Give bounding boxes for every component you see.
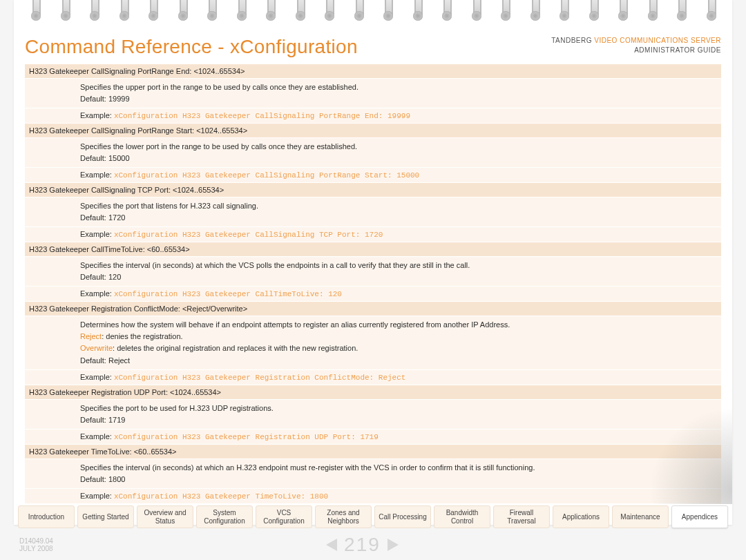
reject-text: : denies the registration.: [102, 332, 182, 340]
command-header: H323 Gatekeeper TimeToLive: <60..65534>: [25, 444, 721, 458]
example-code: xConfiguration H323 Gatekeeper CallSigna…: [114, 112, 410, 120]
spiral-ring: [701, 0, 720, 23]
example-code: xConfiguration H323 Gatekeeper CallSigna…: [114, 171, 419, 180]
nav-tab-system-configuration[interactable]: System Configuration: [196, 505, 253, 528]
spiral-ring: [143, 0, 162, 23]
example-label: Example:: [80, 230, 114, 238]
nav-tab-applications[interactable]: Applications: [553, 505, 609, 528]
nav-tab-firewall-traversal[interactable]: Firewall Traversal: [493, 505, 550, 528]
command-description: Specifies the port to be used for H.323 …: [25, 399, 721, 429]
command-desc-text: Specifies the interval (in seconds) at w…: [80, 260, 717, 271]
command-desc-text: Specifies the interval (in seconds) at w…: [80, 462, 717, 474]
command-example: Example: xConfiguration H323 Gatekeeper …: [25, 429, 721, 444]
spiral-ring: [173, 0, 192, 23]
brand-prefix: TANDBERG: [551, 37, 594, 44]
command-description: Determines how the system will behave if…: [25, 316, 721, 369]
nav-tab-call-processing[interactable]: Call Processing: [374, 505, 431, 528]
prev-page-arrow-icon[interactable]: [326, 539, 337, 551]
conflict-reject-line: Reject: denies the registration.: [80, 331, 717, 342]
command-header: H323 Gatekeeper CallSignaling TCP Port: …: [25, 182, 721, 197]
spiral-ring: [231, 0, 251, 23]
command-example: Example: xConfiguration H323 Gatekeeper …: [25, 108, 721, 123]
spiral-binding: [14, 0, 732, 26]
spiral-ring: [349, 0, 368, 23]
spiral-ring: [26, 0, 45, 23]
spiral-ring: [114, 0, 133, 23]
nav-tab-introduction[interactable]: Introduction: [18, 505, 75, 528]
command-default: Default: Reject: [80, 355, 717, 367]
page-content: Command Reference - xConfiguration TANDB…: [14, 0, 732, 510]
example-label: Example:: [80, 171, 114, 179]
spiral-ring: [290, 0, 309, 23]
command-example: Example: xConfiguration H323 Gatekeeper …: [25, 369, 721, 385]
example-code: xConfiguration H323 Gatekeeper CallTimeT…: [114, 290, 342, 298]
bottom-nav: IntroductionGetting StartedOverview and …: [14, 505, 732, 528]
overwrite-text: : deletes the original registration and …: [113, 344, 358, 352]
command-header: H323 Gatekeeper CallTimeToLive: <60..655…: [25, 242, 721, 256]
command-default: Default: 1719: [80, 414, 717, 426]
command-description: Specifies the interval (in seconds) at w…: [25, 458, 721, 488]
nav-tab-overview-and-status[interactable]: Overview and Status: [137, 505, 193, 528]
command-header: H323 Gatekeeper Registration ConflictMod…: [25, 301, 721, 316]
command-desc-text: Specifies the port to be used for H.323 …: [80, 403, 717, 414]
header-row: Command Reference - xConfiguration TANDB…: [25, 36, 721, 58]
next-page-arrow-icon[interactable]: [388, 539, 399, 551]
brand-sub: ADMINISTRATOR GUIDE: [551, 46, 721, 55]
command-default: Default: 1720: [80, 212, 717, 224]
spiral-ring: [378, 0, 397, 23]
nav-tab-getting-started[interactable]: Getting Started: [77, 505, 134, 528]
brand-block: TANDBERG VIDEO COMMUNICATIONS SERVER ADM…: [551, 36, 721, 55]
command-example: Example: xConfiguration H323 Gatekeeper …: [25, 167, 721, 182]
command-header: H323 Gatekeeper Registration UDP Port: <…: [25, 385, 721, 399]
spiral-ring: [584, 0, 603, 23]
command-desc-text: Specifies the lower port in the range to…: [80, 141, 717, 153]
spiral-ring: [525, 0, 544, 23]
spiral-ring: [319, 0, 338, 23]
command-default: Default: 19999: [80, 93, 717, 105]
command-description: Specifies the lower port in the range to…: [25, 137, 721, 167]
doc-id: D14049.04: [19, 537, 53, 545]
example-label: Example:: [80, 289, 114, 298]
spiral-ring: [55, 0, 75, 23]
command-default: Default: 120: [80, 271, 717, 283]
nav-tab-vcs-configuration[interactable]: VCS Configuration: [256, 505, 312, 528]
reject-keyword: Reject: [80, 332, 102, 340]
command-description: Specifies the upper port in the range to…: [25, 78, 721, 108]
spiral-ring: [554, 0, 573, 23]
command-example: Example: xConfiguration H323 Gatekeeper …: [25, 226, 721, 242]
example-code: xConfiguration H323 Gatekeeper TimeToLiv…: [114, 492, 328, 501]
spiral-ring: [437, 0, 456, 23]
command-desc-text: Determines how the system will behave if…: [80, 319, 717, 331]
command-header: H323 Gatekeeper CallSignaling PortRange …: [25, 64, 721, 78]
spiral-ring: [84, 0, 104, 23]
spiral-ring: [671, 0, 691, 23]
nav-tab-appendices[interactable]: Appendices: [671, 505, 728, 528]
command-default: Default: 15000: [80, 153, 717, 164]
spiral-ring: [495, 0, 515, 23]
command-default: Default: 1800: [80, 474, 717, 485]
page-footer: D14049.04 JULY 2008 219: [19, 534, 727, 556]
example-code: xConfiguration H323 Gatekeeper CallSigna…: [114, 231, 383, 239]
doc-date: JULY 2008: [19, 545, 53, 552]
command-table: H323 Gatekeeper CallSignaling PortRange …: [25, 64, 721, 503]
document-page: Command Reference - xConfiguration TANDB…: [14, 0, 732, 525]
nav-tab-bandwidth-control[interactable]: Bandwidth Control: [434, 505, 490, 528]
nav-tab-maintenance[interactable]: Maintenance: [612, 505, 669, 528]
example-code: xConfiguration H323 Gatekeeper Registrat…: [114, 374, 405, 382]
page-number-block: 219: [326, 534, 399, 556]
command-example: Example: xConfiguration H323 Gatekeeper …: [25, 286, 721, 301]
page-title: Command Reference - xConfiguration: [25, 36, 358, 58]
command-desc-text: Specifies the port that listens for H.32…: [80, 200, 717, 212]
spiral-ring: [408, 0, 427, 23]
command-example: Example: xConfiguration H323 Gatekeeper …: [25, 488, 721, 503]
example-label: Example:: [80, 111, 114, 119]
spiral-ring: [466, 0, 486, 23]
nav-tab-zones-and-neighbors[interactable]: Zones and Neighbors: [315, 505, 372, 528]
doc-meta: D14049.04 JULY 2008: [19, 537, 53, 552]
command-description: Specifies the interval (in seconds) at w…: [25, 256, 721, 286]
spiral-ring: [613, 0, 632, 23]
brand-product: VIDEO COMMUNICATIONS SERVER: [594, 37, 721, 44]
example-label: Example:: [80, 432, 114, 441]
example-label: Example:: [80, 492, 114, 500]
spiral-ring: [260, 0, 280, 23]
